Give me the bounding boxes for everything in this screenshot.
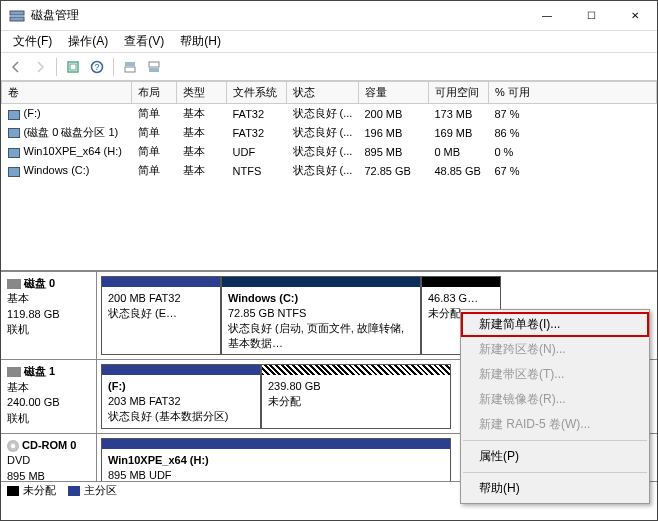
partition[interactable]: (F:)203 MB FAT32状态良好 (基本数据分区) [101, 364, 261, 429]
volume-icon [8, 110, 20, 120]
disk-header[interactable]: CD-ROM 0DVD895 MB [1, 434, 97, 481]
menu-properties[interactable]: 属性(P) [461, 444, 649, 469]
swatch-primary [68, 486, 80, 496]
disk-icon [7, 440, 19, 452]
svg-rect-3 [70, 64, 76, 70]
disk-header[interactable]: 磁盘 0基本119.88 GB联机 [1, 272, 97, 359]
menu-new-striped-volume: 新建带区卷(T)... [461, 362, 649, 387]
table-row[interactable]: Windows (C:)简单基本NTFS状态良好 (...72.85 GB48.… [2, 161, 657, 180]
forward-button[interactable] [29, 56, 51, 78]
view-top-button[interactable] [119, 56, 141, 78]
svg-rect-8 [149, 62, 159, 67]
context-menu: 新建简单卷(I)... 新建跨区卷(N)... 新建带区卷(T)... 新建镜像… [460, 309, 650, 504]
table-row[interactable]: (F:)简单基本FAT32状态良好 (...200 MB173 MB87 % [2, 104, 657, 124]
svg-text:?: ? [94, 62, 99, 72]
menu-new-spanned-volume: 新建跨区卷(N)... [461, 337, 649, 362]
menu-view[interactable]: 查看(V) [116, 30, 172, 53]
col-volume[interactable]: 卷 [2, 82, 132, 104]
menu-new-raid5-volume: 新建 RAID-5 卷(W)... [461, 412, 649, 437]
view-bottom-button[interactable] [143, 56, 165, 78]
toolbar: ? [1, 53, 657, 81]
volume-icon [8, 167, 20, 177]
disk-header[interactable]: 磁盘 1基本240.00 GB联机 [1, 360, 97, 433]
close-button[interactable]: ✕ [613, 1, 657, 30]
volume-list: 卷 布局 类型 文件系统 状态 容量 可用空间 % 可用 (F:)简单基本FAT… [1, 81, 657, 271]
menu-new-simple-volume[interactable]: 新建简单卷(I)... [461, 312, 649, 337]
menubar: 文件(F) 操作(A) 查看(V) 帮助(H) [1, 31, 657, 53]
menu-help[interactable]: 帮助(H) [461, 476, 649, 501]
titlebar: 磁盘管理 — ☐ ✕ [1, 1, 657, 31]
svg-rect-7 [125, 67, 135, 72]
disk-icon [7, 279, 21, 289]
back-button[interactable] [5, 56, 27, 78]
col-cap[interactable]: 容量 [358, 82, 428, 104]
app-icon [9, 8, 25, 24]
menu-file[interactable]: 文件(F) [5, 30, 60, 53]
partition[interactable]: 200 MB FAT32状态良好 (E… [101, 276, 221, 355]
disk-icon [7, 367, 21, 377]
legend-unallocated: 未分配 [23, 484, 56, 496]
svg-rect-9 [149, 68, 159, 72]
table-row[interactable]: (磁盘 0 磁盘分区 1)简单基本FAT32状态良好 (...196 MB169… [2, 123, 657, 142]
partition[interactable]: 239.80 GB未分配 [261, 364, 451, 429]
col-pct[interactable]: % 可用 [488, 82, 656, 104]
help-button[interactable]: ? [86, 56, 108, 78]
svg-rect-0 [10, 11, 24, 15]
partition[interactable]: Win10XPE_x64 (H:)895 MB UDF [101, 438, 451, 481]
col-layout[interactable]: 布局 [132, 82, 177, 104]
menu-new-mirrored-volume: 新建镜像卷(R)... [461, 387, 649, 412]
col-status[interactable]: 状态 [287, 82, 359, 104]
col-fs[interactable]: 文件系统 [227, 82, 287, 104]
swatch-unallocated [7, 486, 19, 496]
menu-help[interactable]: 帮助(H) [172, 30, 229, 53]
table-header-row: 卷 布局 类型 文件系统 状态 容量 可用空间 % 可用 [2, 82, 657, 104]
volume-icon [8, 148, 20, 158]
svg-rect-6 [125, 62, 135, 66]
minimize-button[interactable]: — [525, 1, 569, 30]
col-free[interactable]: 可用空间 [428, 82, 488, 104]
legend-primary: 主分区 [84, 484, 117, 496]
maximize-button[interactable]: ☐ [569, 1, 613, 30]
window-title: 磁盘管理 [31, 7, 525, 24]
refresh-button[interactable] [62, 56, 84, 78]
col-type[interactable]: 类型 [177, 82, 227, 104]
menu-action[interactable]: 操作(A) [60, 30, 116, 53]
svg-rect-1 [10, 17, 24, 21]
table-row[interactable]: Win10XPE_x64 (H:)简单基本UDF状态良好 (...895 MB0… [2, 142, 657, 161]
partition[interactable]: Windows (C:)72.85 GB NTFS状态良好 (启动, 页面文件,… [221, 276, 421, 355]
volume-icon [8, 128, 20, 138]
